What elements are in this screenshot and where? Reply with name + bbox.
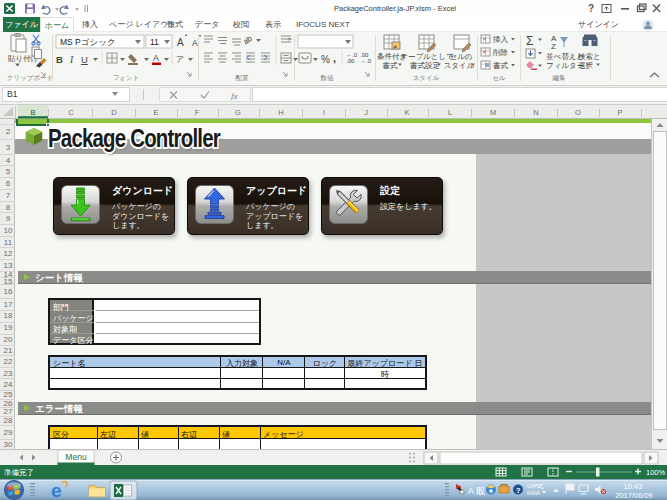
svg-text:般: 般 <box>476 486 485 496</box>
svg-text:29: 29 <box>4 428 13 437</box>
svg-text:8: 8 <box>6 203 11 212</box>
svg-text:18: 18 <box>4 311 13 320</box>
svg-text:3: 3 <box>6 143 11 152</box>
svg-text:27: 27 <box>4 407 13 416</box>
svg-text:Menu: Menu <box>65 452 87 462</box>
svg-text:5: 5 <box>6 167 11 176</box>
svg-text:O: O <box>575 108 581 117</box>
svg-text:検索と: 検索と <box>578 52 601 61</box>
svg-text:Z: Z <box>551 42 556 51</box>
svg-text:12: 12 <box>4 249 13 258</box>
svg-text:G: G <box>235 108 241 117</box>
svg-text:A: A <box>468 486 474 496</box>
svg-text:.00: .00 <box>346 58 355 64</box>
svg-text:10:43: 10:43 <box>624 482 643 491</box>
svg-text:テーブルとして: テーブルとして <box>400 52 454 61</box>
svg-text:7: 7 <box>6 191 11 200</box>
svg-text:ab: ab <box>241 34 254 47</box>
svg-text:100%: 100% <box>646 468 666 477</box>
svg-text:A: A <box>192 38 198 48</box>
svg-text:N: N <box>533 108 538 117</box>
svg-text:E: E <box>153 108 158 117</box>
svg-text:A: A <box>153 53 159 63</box>
svg-text:書式設定: 書式設定 <box>410 61 440 70</box>
svg-text:書式: 書式 <box>493 61 509 70</box>
svg-text:C: C <box>68 108 74 117</box>
svg-text:P: P <box>617 108 622 117</box>
svg-text:%: % <box>321 54 330 65</box>
svg-text:22: 22 <box>4 357 13 366</box>
svg-text:I: I <box>69 55 74 65</box>
svg-text:選択: 選択 <box>578 61 594 70</box>
svg-text:17: 17 <box>4 300 13 309</box>
svg-text:6: 6 <box>6 179 11 188</box>
svg-text:Σ: Σ <box>526 34 533 48</box>
svg-text:B: B <box>56 54 63 65</box>
svg-text:e: e <box>51 480 62 500</box>
svg-text:書式: 書式 <box>383 61 399 70</box>
svg-text:?: ? <box>588 3 594 14</box>
svg-text:B: B <box>30 108 35 117</box>
svg-text:H: H <box>278 108 283 117</box>
svg-text:スタイル: スタイル <box>444 61 475 70</box>
svg-text:9: 9 <box>6 214 11 223</box>
svg-text:30: 30 <box>4 440 13 449</box>
svg-text:CAPS: CAPS <box>527 484 540 489</box>
svg-text:,: , <box>333 52 336 64</box>
svg-text:I: I <box>323 108 325 117</box>
svg-text:16: 16 <box>4 287 13 296</box>
svg-text:21: 21 <box>4 346 13 355</box>
svg-text:A: A <box>177 37 184 48</box>
svg-text:挿入: 挿入 <box>493 35 509 44</box>
svg-text:10: 10 <box>4 226 13 235</box>
svg-text:→.0: →.0 <box>360 58 372 64</box>
svg-text:23: 23 <box>4 369 13 378</box>
svg-text:4: 4 <box>6 156 11 165</box>
svg-text:F: F <box>195 108 200 117</box>
svg-text:11: 11 <box>4 238 13 247</box>
svg-text:19: 19 <box>4 323 13 332</box>
svg-text:削除: 削除 <box>493 48 509 57</box>
svg-text:M: M <box>490 108 496 117</box>
svg-text:セルの: セルの <box>449 52 472 61</box>
svg-text:2: 2 <box>6 127 11 136</box>
svg-text:K: K <box>404 108 409 117</box>
svg-text:ア: ア <box>176 55 184 64</box>
svg-text:fx: fx <box>231 91 238 101</box>
svg-text:U: U <box>81 54 88 65</box>
svg-text:25: 25 <box>4 390 13 399</box>
svg-text:KANA: KANA <box>527 491 541 496</box>
svg-text:13: 13 <box>4 261 13 270</box>
svg-text:15: 15 <box>4 277 13 286</box>
svg-text:2017/06/09: 2017/06/09 <box>615 491 653 500</box>
svg-text:L: L <box>448 108 452 117</box>
svg-text:20: 20 <box>4 335 13 344</box>
svg-text:D: D <box>111 108 117 117</box>
svg-text:28: 28 <box>4 416 13 425</box>
svg-text:11: 11 <box>150 37 159 47</box>
svg-text:MS Pゴシック: MS Pゴシック <box>60 37 116 47</box>
svg-text:?: ? <box>516 486 521 495</box>
svg-text:J: J <box>364 108 368 117</box>
svg-text:24: 24 <box>4 380 13 389</box>
